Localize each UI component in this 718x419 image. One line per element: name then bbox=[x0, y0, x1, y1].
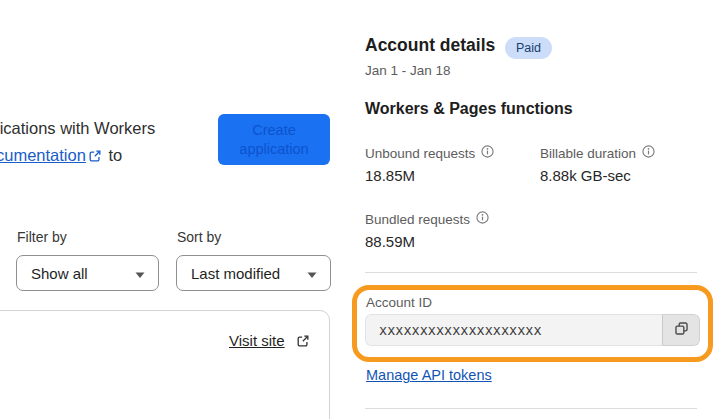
date-range: Jan 1 - Jan 18 bbox=[365, 63, 451, 78]
visit-site-link[interactable]: Visit site bbox=[229, 332, 285, 349]
info-icon[interactable] bbox=[476, 211, 489, 227]
filter-by-label: Filter by bbox=[17, 229, 67, 245]
project-card bbox=[0, 310, 330, 419]
account-id-group: xxxxxxxxxxxxxxxxxxxx bbox=[365, 314, 700, 346]
sort-by-label: Sort by bbox=[177, 229, 221, 245]
copy-account-id-button[interactable] bbox=[662, 314, 700, 346]
unbound-requests-value: 18.85M bbox=[365, 167, 415, 184]
manage-api-tokens-link[interactable]: Manage API tokens bbox=[366, 367, 492, 383]
filter-dropdown[interactable]: Show all bbox=[16, 255, 159, 291]
create-application-button[interactable]: Create application bbox=[218, 114, 330, 165]
chevron-down-icon bbox=[307, 265, 317, 282]
stat-label-text: Bundled requests bbox=[365, 212, 470, 227]
account-id-label: Account ID bbox=[366, 295, 432, 310]
chevron-down-icon bbox=[135, 265, 145, 282]
stat-label-text: Billable duration bbox=[540, 146, 636, 161]
sort-dropdown-value: Last modified bbox=[191, 265, 280, 282]
paid-badge: Paid bbox=[505, 37, 552, 59]
info-icon[interactable] bbox=[642, 145, 655, 161]
stat-label-text: Unbound requests bbox=[365, 146, 475, 161]
billable-duration-label: Billable duration bbox=[540, 145, 655, 161]
external-link-icon bbox=[88, 144, 102, 171]
copy-icon bbox=[673, 320, 690, 341]
info-icon[interactable] bbox=[481, 145, 494, 161]
create-application-label-line1: Create bbox=[218, 121, 330, 140]
account-id-field[interactable]: xxxxxxxxxxxxxxxxxxxx bbox=[365, 314, 662, 346]
divider bbox=[365, 272, 697, 273]
paid-badge-label: Paid bbox=[516, 41, 541, 55]
account-details-title: Account details bbox=[365, 35, 495, 56]
intro-text: lications with Workers cumentation to bbox=[0, 115, 155, 171]
unbound-requests-label: Unbound requests bbox=[365, 145, 494, 161]
bundled-requests-value: 88.59M bbox=[365, 233, 415, 250]
visit-site-label: Visit site bbox=[229, 332, 285, 349]
bundled-requests-label: Bundled requests bbox=[365, 211, 489, 227]
filter-dropdown-value: Show all bbox=[31, 265, 88, 282]
billable-duration-value: 8.88k GB-sec bbox=[540, 167, 631, 184]
workers-pages-functions-title: Workers & Pages functions bbox=[365, 100, 573, 118]
intro-after-link: to bbox=[108, 146, 122, 164]
intro-line1: lications with Workers bbox=[0, 119, 155, 137]
sort-dropdown[interactable]: Last modified bbox=[176, 255, 331, 291]
account-id-value: xxxxxxxxxxxxxxxxxxxx bbox=[379, 322, 542, 338]
external-link-icon bbox=[296, 334, 310, 352]
create-application-label-line2: application bbox=[218, 140, 330, 159]
documentation-link[interactable]: cumentation bbox=[0, 146, 86, 164]
divider bbox=[365, 408, 697, 409]
